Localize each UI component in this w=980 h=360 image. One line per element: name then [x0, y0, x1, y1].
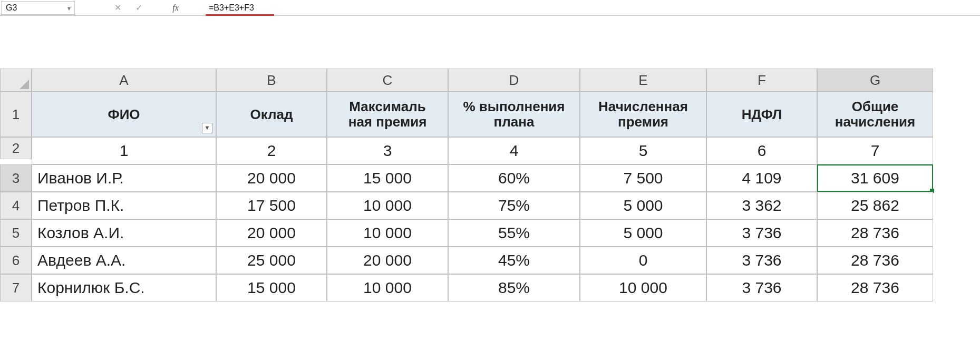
cell-A5[interactable]: Козлов А.И. [32, 219, 216, 247]
cell-G5[interactable]: 28 736 [817, 219, 933, 247]
cell-C7[interactable]: 10 000 [327, 274, 448, 301]
cell-E7[interactable]: 10 000 [580, 274, 706, 301]
select-all-corner[interactable] [0, 69, 32, 92]
cancel-icon[interactable]: ✕ [113, 3, 122, 13]
row-header-6[interactable]: 6 [0, 247, 32, 274]
cell-B2[interactable]: 2 [216, 137, 327, 164]
cell-G2[interactable]: 7 [817, 137, 933, 164]
cell-F2[interactable]: 6 [706, 137, 817, 164]
header-maxprem[interactable]: Максималь ная премия [327, 92, 448, 137]
cell-G6[interactable]: 28 736 [817, 247, 933, 274]
row-header-4[interactable]: 4 [0, 192, 32, 219]
spreadsheet-grid[interactable]: A B C D E F G 1 ФИО ▾ Оклад Максималь на… [0, 69, 980, 301]
col-header-B[interactable]: B [216, 69, 327, 92]
cell-G3[interactable]: 31 609 [817, 164, 933, 192]
cell-D7[interactable]: 85% [448, 274, 580, 301]
cell-A4[interactable]: Петров П.К. [32, 192, 216, 219]
cell-E4[interactable]: 5 000 [580, 192, 706, 219]
cell-C6[interactable]: 20 000 [327, 247, 448, 274]
col-header-A[interactable]: A [32, 69, 216, 92]
formula-bar-buttons: ✕ ✓ fx [113, 3, 190, 13]
header-accr[interactable]: Начисленная премия [580, 92, 706, 137]
cell-G4[interactable]: 25 862 [817, 192, 933, 219]
cell-A6[interactable]: Авдеев А.А. [32, 247, 216, 274]
header-oklad[interactable]: Оклад [216, 92, 327, 137]
cell-B7[interactable]: 15 000 [216, 274, 327, 301]
col-header-D[interactable]: D [448, 69, 580, 92]
cell-B6[interactable]: 25 000 [216, 247, 327, 274]
row-header-3[interactable]: 3 [0, 164, 32, 192]
col-header-E[interactable]: E [580, 69, 706, 92]
col-header-G[interactable]: G [817, 69, 933, 92]
header-fio[interactable]: ФИО ▾ [32, 92, 216, 137]
name-box-dropdown-icon[interactable]: ▾ [67, 5, 71, 12]
cell-D4[interactable]: 75% [448, 192, 580, 219]
cell-A2[interactable]: 1 [32, 137, 216, 164]
enter-icon[interactable]: ✓ [134, 3, 143, 13]
cell-B5[interactable]: 20 000 [216, 219, 327, 247]
cell-C2[interactable]: 3 [327, 137, 448, 164]
formula-underline [206, 14, 274, 16]
cell-D5[interactable]: 55% [448, 219, 580, 247]
cell-C3[interactable]: 15 000 [327, 164, 448, 192]
cell-F4[interactable]: 3 362 [706, 192, 817, 219]
cell-C4[interactable]: 10 000 [327, 192, 448, 219]
row-header-7[interactable]: 7 [0, 274, 32, 301]
name-box[interactable]: G3 ▾ [1, 1, 75, 15]
cell-A3[interactable]: Иванов И.Р. [32, 164, 216, 192]
cell-E3[interactable]: 7 500 [580, 164, 706, 192]
cell-E2[interactable]: 5 [580, 137, 706, 164]
cell-F5[interactable]: 3 736 [706, 219, 817, 247]
cell-D3[interactable]: 60% [448, 164, 580, 192]
cell-C5[interactable]: 10 000 [327, 219, 448, 247]
cell-D2[interactable]: 4 [448, 137, 580, 164]
header-pct[interactable]: % выполнения плана [448, 92, 580, 137]
fx-icon[interactable]: fx [171, 3, 180, 13]
row-header-1[interactable]: 1 [0, 92, 32, 137]
col-header-C[interactable]: C [327, 69, 448, 92]
cell-D6[interactable]: 45% [448, 247, 580, 274]
formula-text: =B3+E3+F3 [209, 3, 254, 12]
formula-bar: G3 ▾ ✕ ✓ fx =B3+E3+F3 [0, 0, 980, 16]
cell-B4[interactable]: 17 500 [216, 192, 327, 219]
cell-G7[interactable]: 28 736 [817, 274, 933, 301]
col-header-F[interactable]: F [706, 69, 817, 92]
cell-E5[interactable]: 5 000 [580, 219, 706, 247]
cell-A7[interactable]: Корнилюк Б.С. [32, 274, 216, 301]
spacer [0, 16, 980, 69]
cell-E6[interactable]: 0 [580, 247, 706, 274]
cell-B3[interactable]: 20 000 [216, 164, 327, 192]
cell-F7[interactable]: 3 736 [706, 274, 817, 301]
name-box-value: G3 [6, 3, 17, 13]
cell-F6[interactable]: 3 736 [706, 247, 817, 274]
header-total[interactable]: Общие начисления [817, 92, 933, 137]
row-header-5[interactable]: 5 [0, 219, 32, 247]
formula-input[interactable]: =B3+E3+F3 [190, 3, 980, 13]
cell-F3[interactable]: 4 109 [706, 164, 817, 192]
row-header-2[interactable]: 2 [0, 137, 32, 159]
filter-dropdown-icon[interactable]: ▾ [202, 123, 212, 133]
header-ndfl[interactable]: НДФЛ [706, 92, 817, 137]
